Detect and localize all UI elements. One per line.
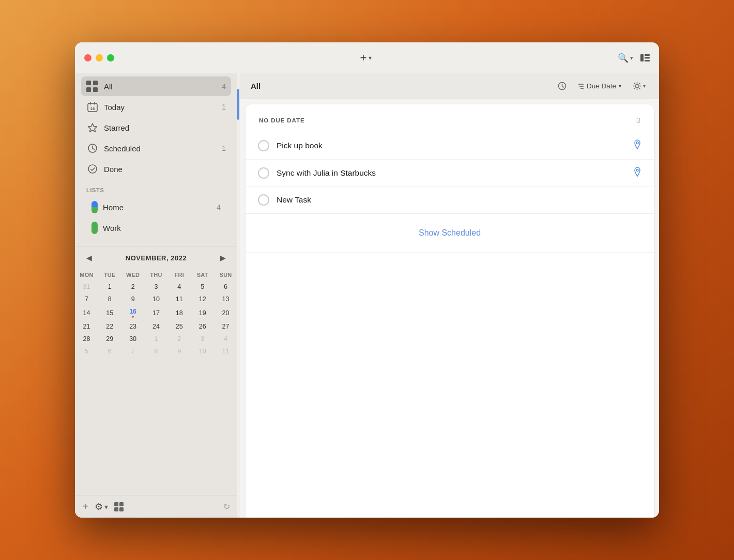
sidebar-item-starred[interactable]: Starred — [81, 118, 231, 137]
calendar-day[interactable]: 11 — [214, 345, 237, 357]
calendar-day[interactable]: 6 — [98, 345, 121, 357]
settings-button[interactable]: ⚙ ▾ — [95, 501, 108, 512]
calendar-day[interactable]: 25 — [167, 320, 191, 333]
calendar-day[interactable]: 26 — [191, 320, 214, 333]
task-label-3: New Task — [277, 195, 641, 205]
refresh-button[interactable]: ↻ — [223, 502, 230, 511]
add-button[interactable]: + ▾ — [360, 51, 372, 65]
calendar-day[interactable]: 5 — [191, 281, 214, 293]
calendar-day[interactable]: 12 — [191, 293, 214, 305]
clock-filter-button[interactable] — [555, 80, 570, 92]
calendar-day[interactable]: 14 — [75, 305, 98, 320]
sidebar-item-scheduled[interactable]: Scheduled 1 — [81, 138, 231, 158]
calendar-day[interactable]: 9 — [167, 345, 191, 357]
cal-header-tue: TUE — [98, 269, 121, 281]
calendar-day[interactable]: 31 — [75, 281, 98, 293]
calendar-day[interactable]: 7 — [75, 293, 98, 305]
right-panel: All — [240, 73, 659, 518]
calendar-next-button[interactable]: ▶ — [216, 252, 230, 264]
calendar-day[interactable]: 6 — [214, 281, 237, 293]
calendar-day[interactable]: 30 — [121, 333, 145, 345]
sidebar-item-today[interactable]: 16 Today 1 — [81, 97, 231, 117]
svg-line-29 — [639, 88, 640, 89]
calendar-prev-button[interactable]: ◀ — [82, 252, 96, 264]
show-scheduled-button[interactable]: Show Scheduled — [246, 214, 654, 253]
display-options-button[interactable]: ▾ — [630, 80, 649, 92]
task-label-2: Sync with Julia in Starbucks — [277, 168, 626, 178]
calendar-day[interactable]: 4 — [167, 281, 191, 293]
calendar-day[interactable]: 23 — [121, 320, 145, 333]
calendar-day[interactable]: 11 — [167, 293, 191, 305]
calendar-day[interactable]: 28 — [75, 333, 98, 345]
calendar-day[interactable]: 5 — [75, 345, 98, 357]
sidebar-container: All 4 16 — [75, 73, 240, 518]
calendar-day[interactable]: 2 — [121, 281, 145, 293]
calendar-day[interactable]: 17 — [145, 305, 168, 320]
calendar-day[interactable]: 19 — [191, 305, 214, 320]
sidebar-today-label: Today — [104, 103, 125, 112]
grid-icon — [114, 502, 124, 511]
home-list-label: Home — [103, 203, 124, 212]
plus-small-icon: + — [82, 501, 88, 512]
calendar-day[interactable]: 2 — [167, 333, 191, 345]
task-checkbox-1[interactable] — [258, 140, 269, 151]
scrollbar-thumb — [237, 89, 239, 120]
calendar-day[interactable]: 8 — [98, 293, 121, 305]
sidebar-all-count: 4 — [222, 82, 226, 90]
sidebar-today-count: 1 — [222, 103, 226, 111]
sort-button[interactable]: Due Date ▾ — [575, 80, 624, 92]
task-checkbox-3[interactable] — [258, 194, 269, 206]
sidebar-item-all[interactable]: All 4 — [81, 76, 231, 96]
list-item-work[interactable]: Work — [86, 218, 226, 238]
panel-header-right: Due Date ▾ — [555, 80, 649, 92]
calendar-day[interactable]: 27 — [214, 320, 237, 333]
task-pin-icon-1[interactable] — [633, 139, 641, 152]
calendar-day[interactable]: 10 — [191, 345, 214, 357]
task-row[interactable]: Pick up book — [246, 132, 654, 160]
task-row[interactable]: New Task — [246, 187, 654, 213]
sidebar-item-done[interactable]: Done — [81, 159, 231, 179]
cal-header-thu: THU — [145, 269, 168, 281]
sidebar-toggle-button[interactable] — [640, 54, 650, 61]
search-button[interactable]: 🔍 ▾ — [618, 53, 633, 64]
gear-icon: ⚙ — [95, 501, 103, 512]
calendar-day[interactable]: 21 — [75, 320, 98, 333]
list-item-home[interactable]: Home 4 — [86, 197, 226, 217]
all-icon — [86, 80, 99, 92]
calendar-day[interactable]: 15 — [98, 305, 121, 320]
calendar-day[interactable]: 3 — [191, 333, 214, 345]
svg-point-12 — [88, 165, 97, 173]
task-pin-icon-2[interactable] — [633, 167, 641, 179]
close-button[interactable] — [84, 54, 91, 61]
refresh-icon: ↻ — [223, 502, 230, 511]
calendar-day[interactable]: 4 — [214, 333, 237, 345]
add-list-button[interactable]: + — [82, 501, 88, 512]
calendar-day[interactable]: 20 — [214, 305, 237, 320]
star-icon — [86, 121, 99, 134]
sort-label: Due Date — [587, 82, 616, 90]
search-chevron-icon: ▾ — [630, 55, 633, 61]
calendar-day[interactable]: 1 — [98, 281, 121, 293]
home-color-dot — [91, 201, 98, 213]
calendar-day[interactable]: 8 — [145, 345, 168, 357]
svg-rect-14 — [119, 502, 124, 506]
calendar-day[interactable]: 16 — [121, 305, 145, 320]
calendar-day[interactable]: 24 — [145, 320, 168, 333]
task-row[interactable]: Sync with Julia in Starbucks — [246, 160, 654, 187]
minimize-button[interactable] — [96, 54, 103, 61]
maximize-button[interactable] — [107, 54, 114, 61]
calendar-day[interactable]: 29 — [98, 333, 121, 345]
calendar-day[interactable]: 3 — [145, 281, 168, 293]
calendar-day[interactable]: 18 — [167, 305, 191, 320]
calendar-day[interactable]: 9 — [121, 293, 145, 305]
calendar-day[interactable]: 1 — [145, 333, 168, 345]
sidebar-bottom: + ⚙ ▾ — [75, 495, 237, 518]
calendar-day[interactable]: 13 — [214, 293, 237, 305]
calendar-day[interactable]: 7 — [121, 345, 145, 357]
svg-line-31 — [634, 88, 635, 89]
calendar-day[interactable]: 22 — [98, 320, 121, 333]
grid-view-button[interactable] — [114, 502, 124, 511]
clock-icon — [86, 142, 99, 154]
calendar-day[interactable]: 10 — [145, 293, 168, 305]
task-checkbox-2[interactable] — [258, 167, 269, 179]
